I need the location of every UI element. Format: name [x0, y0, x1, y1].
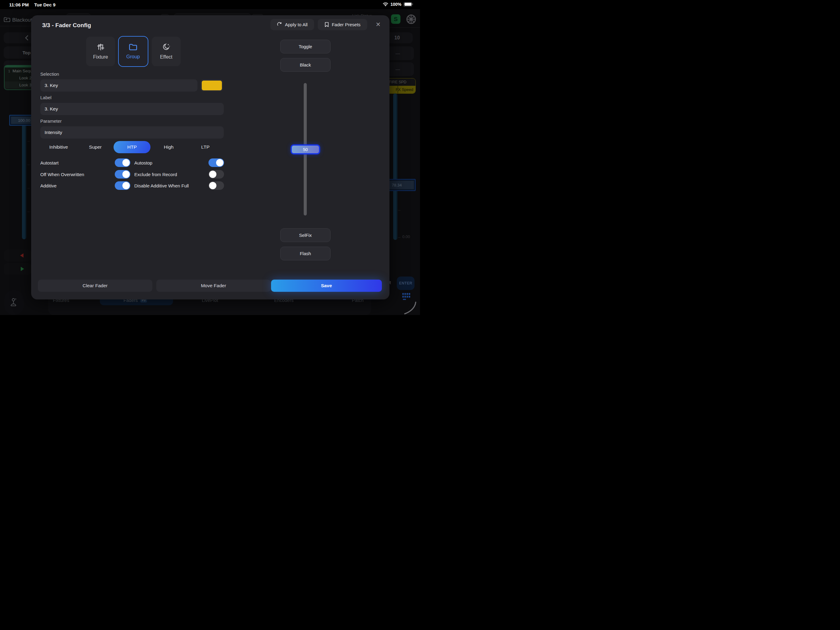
color-swatch-button[interactable]: [201, 79, 223, 91]
label-input[interactable]: 3. Key: [40, 103, 224, 115]
fader-config-modal: 3/3 - Fader Config Apply to All Fader Pr…: [31, 15, 390, 300]
date: Tue Dec 9: [34, 2, 55, 7]
bookmark-icon: [324, 22, 329, 27]
swatch-color: [202, 81, 222, 90]
off-when-overwritten-label: Off When Overwritten: [40, 172, 84, 177]
flash-mode-button[interactable]: Flash: [280, 246, 330, 261]
tab-effect[interactable]: Effect: [152, 36, 181, 66]
modal-title: 3/3 - Fader Config: [42, 22, 91, 29]
status-bar: 11:06 PM Tue Dec 9 100%: [0, 0, 420, 9]
priority-segmented-control: Inhibitive Super HTP High LTP: [40, 141, 224, 153]
fader-presets-button[interactable]: Fader Presets: [318, 19, 367, 30]
sync-icon: [277, 22, 282, 27]
toggle-mode-button[interactable]: Toggle: [280, 39, 330, 54]
tab-fixture[interactable]: Fixture: [86, 36, 115, 66]
selfix-mode-button[interactable]: SelFix: [280, 228, 330, 242]
clear-fader-button[interactable]: Clear Fader: [38, 279, 152, 292]
additive-label: Additive: [40, 183, 57, 188]
battery-percent: 100%: [390, 2, 401, 7]
off-when-overwritten-toggle[interactable]: [115, 170, 130, 178]
clock: 11:06 PM: [9, 2, 29, 7]
selection-input[interactable]: 3. Key: [40, 79, 197, 92]
additive-toggle[interactable]: [115, 181, 130, 190]
label-label: Label: [40, 95, 52, 100]
battery-icon: [404, 2, 412, 7]
sliders-icon: [97, 43, 105, 51]
move-fader-button[interactable]: Move Fader: [156, 279, 271, 292]
priority-inhibitive[interactable]: Inhibitive: [40, 141, 77, 153]
save-button[interactable]: Save: [271, 279, 382, 292]
close-icon[interactable]: ✕: [374, 20, 383, 29]
black-mode-button[interactable]: Black: [280, 58, 330, 72]
moon-sparkles-icon: [163, 43, 171, 51]
autostart-label: Autostart: [40, 160, 58, 166]
apply-to-all-button[interactable]: Apply to All: [270, 19, 314, 30]
disable-additive-when-full-toggle[interactable]: [208, 181, 224, 190]
wifi-icon: [383, 2, 388, 6]
parameter-input[interactable]: Intensity: [40, 126, 224, 139]
parameter-label: Parameter: [40, 118, 62, 124]
autostop-label: Autostop: [134, 160, 152, 166]
priority-high[interactable]: High: [150, 141, 187, 153]
tab-group[interactable]: Group: [118, 36, 148, 67]
exclude-from-record-label: Exclude from Record: [134, 172, 177, 177]
selection-label: Selection: [40, 71, 59, 77]
exclude-from-record-toggle[interactable]: [208, 170, 224, 178]
disable-additive-when-full-label: Disable Additive When Full: [134, 183, 189, 188]
autostart-toggle[interactable]: [115, 158, 130, 167]
folder-icon: [129, 43, 137, 51]
priority-htp[interactable]: HTP: [114, 141, 150, 153]
priority-ltp[interactable]: LTP: [187, 141, 224, 153]
priority-super[interactable]: Super: [77, 141, 114, 153]
autostop-toggle[interactable]: [208, 158, 224, 167]
fader-slider-handle[interactable]: 50: [291, 144, 320, 155]
